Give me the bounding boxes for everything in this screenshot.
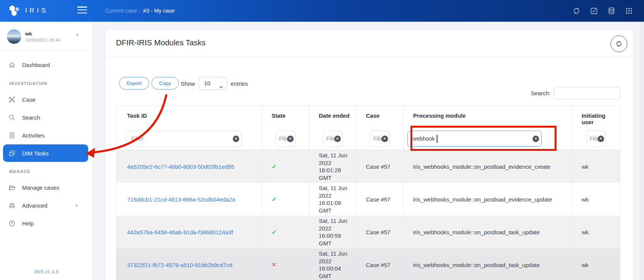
search-label: Search:	[531, 90, 550, 96]
column-header-state[interactable]: State	[262, 106, 309, 127]
column-header-case[interactable]: Case	[356, 106, 404, 127]
column-header-task-id[interactable]: Task ID	[116, 106, 262, 127]
user-dropdown-caret-icon[interactable]: ▾	[76, 32, 78, 37]
filter-date-ended: ✕	[323, 131, 343, 147]
sidebar-item-dashboard[interactable]: Dashboard	[0, 56, 93, 74]
clear-filter-icon[interactable]: ✕	[533, 136, 539, 142]
column-header-processing-module[interactable]: Processing module	[404, 106, 572, 127]
clear-filter-icon[interactable]: ✕	[382, 136, 388, 142]
filter-task-id-input[interactable]	[126, 131, 242, 146]
user-name: wk	[25, 31, 32, 37]
export-button[interactable]: Export	[119, 77, 149, 90]
sidebar-item-label: DIM Tasks	[22, 150, 49, 157]
sidebar-item-label: Search	[22, 114, 40, 121]
task-id-link[interactable]: 37322f21-fb72-4579-a510-81bb2b9cd7cd	[127, 262, 232, 268]
table-search-input[interactable]	[554, 87, 620, 99]
main-content: DFIR-IRIS Modules Tasks Export Copy Show…	[93, 22, 644, 280]
case-cell: Case #57	[356, 150, 404, 183]
card-header: DFIR-IRIS Modules Tasks	[105, 30, 633, 57]
copy-button[interactable]: Copy	[151, 77, 179, 90]
column-header-date-ended[interactable]: Date ended	[309, 106, 356, 127]
table-row: 37322f21-fb72-4579-a510-81bb2b9cd7cd ✕ S…	[116, 248, 620, 280]
page-scrollbar[interactable]	[641, 22, 644, 280]
success-check-icon: ✓	[272, 163, 277, 170]
chevron-down-icon: ▾	[75, 203, 78, 208]
sidebar-item-search[interactable]: Search	[0, 109, 93, 126]
date-ended-cell: Sat, 11 Jun 2022 16:01:09 GMT	[309, 183, 356, 216]
sidebar-item-label: Case	[22, 96, 35, 103]
topbar: IRIS Current case : #3 - My case	[0, 0, 644, 22]
avatar[interactable]	[7, 29, 21, 44]
initiating-user-cell: wk	[572, 150, 620, 183]
sidebar-item-activities[interactable]: Activities	[0, 126, 93, 144]
current-case: Current case : #3 - My case	[105, 0, 175, 22]
current-case-label: Current case :	[105, 8, 140, 14]
brand-text: IRIS	[25, 7, 48, 14]
initiating-user-cell: wk	[572, 248, 620, 280]
sidebar-section-investigation: INVESTIGATION	[0, 74, 93, 91]
modules-tasks-card: DFIR-IRIS Modules Tasks Export Copy Show…	[105, 30, 633, 280]
stacked-windows-icon	[8, 150, 16, 157]
apps-grid-icon[interactable]	[625, 7, 633, 15]
sidebar-item-label: Advanced	[22, 202, 48, 209]
show-label: Show	[181, 80, 195, 87]
question-circle-icon	[8, 220, 16, 227]
filter-processing-module-input[interactable]	[408, 131, 541, 146]
sidebar-item-case[interactable]: Case	[0, 91, 93, 109]
clear-filter-icon[interactable]: ✕	[233, 136, 239, 142]
clear-filter-icon[interactable]: ✕	[334, 136, 341, 142]
clear-filter-icon[interactable]: ✕	[598, 136, 604, 142]
table-row: 442e576a-6458-46ab-91da-f386d0124a3f ✓ S…	[116, 216, 620, 248]
hamburger-menu-icon[interactable]	[77, 6, 87, 15]
sidebar-item-label: Manage cases	[22, 184, 59, 191]
network-graph-icon	[8, 96, 16, 103]
sidebar-item-label: Dashboard	[22, 62, 50, 68]
sync-icon[interactable]	[572, 7, 580, 15]
task-id-link[interactable]: 716ddcb1-21cd-4613-866a-52cdb04eda2a	[127, 196, 235, 203]
task-check-icon[interactable]	[590, 7, 598, 15]
filter-initiating-user: ✕	[586, 131, 606, 147]
clear-filter-icon[interactable]: ✕	[287, 136, 294, 142]
success-check-icon: ✓	[272, 196, 277, 203]
filter-case: ✕	[370, 131, 390, 147]
filter-processing-module: ✕	[407, 131, 542, 147]
filter-state: ✕	[276, 131, 296, 147]
page-length-value: 10	[204, 80, 211, 86]
user-card[interactable]: wk 12/06/2022, 08:44 ▾	[0, 22, 93, 51]
sliders-icon	[8, 202, 16, 209]
task-id-link[interactable]: 442e576a-6458-46ab-91da-f386d0124a3f	[127, 229, 233, 235]
sidebar-item-help[interactable]: Help	[0, 214, 93, 232]
sidebar-item-dim-tasks[interactable]: DIM Tasks	[3, 144, 88, 162]
sidebar: wk 12/06/2022, 08:44 ▾ Dashboard INVESTI…	[0, 22, 93, 280]
success-check-icon: ✓	[272, 229, 277, 235]
date-ended-cell: Sat, 11 Jun 2022 16:00:59 GMT	[309, 216, 356, 248]
entries-label: entries	[231, 80, 248, 87]
sidebar-section-manage: MANAGE	[0, 162, 93, 179]
hexagon-logo-icon	[8, 4, 21, 18]
date-ended-cell: Sat, 11 Jun 2022 16:00:04 GMT	[309, 248, 356, 280]
refresh-button[interactable]	[611, 35, 627, 52]
sidebar-nav: Dashboard INVESTIGATION Case Search Acti…	[0, 51, 93, 232]
sidebar-item-advanced[interactable]: Advanced ▾	[0, 197, 93, 214]
version-link[interactable]: IRIS v1.4.5	[0, 269, 93, 275]
case-cell: Case #57	[356, 183, 404, 216]
case-cell: Case #57	[356, 216, 404, 248]
table-search-group: Search:	[531, 87, 620, 99]
search-icon	[8, 114, 16, 121]
column-header-initiating-user[interactable]: Initiating user	[572, 106, 620, 127]
topbar-icons	[572, 0, 633, 22]
page-length-select[interactable]: 10	[199, 77, 227, 90]
failure-cross-icon: ✕	[272, 261, 277, 268]
sidebar-item-label: Activities	[22, 132, 45, 139]
document-lines-icon	[8, 132, 16, 139]
task-id-link[interactable]: 4a5205e2-6c77-46b0-8003-50d03fb1ed95	[127, 163, 234, 170]
table-row: 716ddcb1-21cd-4613-866a-52cdb04eda2a ✓ S…	[116, 183, 620, 216]
iris-logo[interactable]: IRIS	[8, 4, 48, 18]
processing-module-cell: iris_webhooks_module::on_postload_eviden…	[404, 183, 572, 216]
database-icon[interactable]	[607, 7, 615, 15]
chevron-down-icon	[219, 81, 223, 85]
sidebar-item-manage-cases[interactable]: Manage cases	[0, 179, 93, 197]
text-cursor	[437, 135, 437, 143]
refresh-icon	[615, 40, 623, 48]
case-cell: Case #57	[356, 248, 404, 280]
